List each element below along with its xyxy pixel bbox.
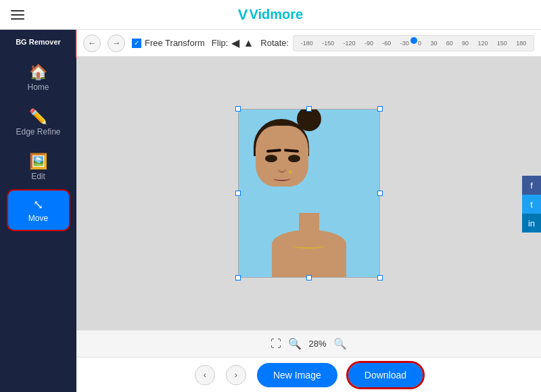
work-area bbox=[76, 57, 541, 330]
handle-mid-right[interactable] bbox=[377, 191, 383, 196]
rotate-section: Rotate: -180 -150 -120 -90 -60 -30 0 30 … bbox=[260, 35, 534, 51]
flip-vertical-icon[interactable]: ▲ bbox=[243, 37, 254, 49]
handle-bot-mid[interactable] bbox=[306, 275, 312, 280]
app-logo: V Vidmore bbox=[238, 6, 303, 24]
handle-top-right[interactable] bbox=[377, 106, 383, 112]
handle-bot-left[interactable] bbox=[235, 275, 241, 280]
handle-top-mid[interactable] bbox=[306, 106, 312, 112]
hamburger-menu[interactable] bbox=[11, 10, 24, 20]
image-frame bbox=[238, 109, 380, 278]
social-sidebar: f t in bbox=[522, 176, 541, 232]
zoom-in-icon[interactable]: 🔍 bbox=[288, 337, 302, 350]
canvas-area: ← → ✓ Free Transform Flip: ◀ ▲ Rotate: -… bbox=[76, 30, 541, 392]
sidebar-item-home-label: Home bbox=[27, 82, 49, 92]
face-details bbox=[256, 126, 308, 187]
flip-section: Flip: ◀ ▲ bbox=[212, 36, 254, 49]
sidebar-item-move[interactable]: ⤡ Move bbox=[8, 191, 69, 230]
nose bbox=[278, 164, 286, 173]
flip-label: Flip: bbox=[212, 38, 229, 48]
handle-bot-right[interactable] bbox=[377, 275, 383, 280]
eye-left bbox=[265, 155, 277, 162]
twitter-button[interactable]: t bbox=[522, 195, 541, 214]
app-header: V Vidmore bbox=[0, 0, 541, 30]
undo-button[interactable]: ← bbox=[83, 34, 101, 52]
prev-button[interactable]: ‹ bbox=[195, 365, 215, 385]
footer-bar: ‹ › New Image Download bbox=[76, 357, 541, 392]
resize-icon[interactable]: ⛶ bbox=[270, 338, 281, 350]
edit-icon: 🖼️ bbox=[29, 153, 47, 170]
hamburger-line-1 bbox=[11, 10, 24, 11]
handle-top-left[interactable] bbox=[235, 106, 241, 112]
rotate-thumb[interactable] bbox=[410, 37, 417, 44]
rotate-label: Rotate: bbox=[260, 38, 289, 48]
bottom-controls: ⛶ 🔍 28% 🔍 bbox=[76, 330, 541, 357]
free-transform-section: ✓ Free Transform bbox=[132, 38, 205, 48]
flip-horizontal-icon[interactable]: ◀ bbox=[231, 36, 239, 49]
zoom-percent: 28% bbox=[308, 339, 326, 349]
free-transform-label: Free Transform bbox=[145, 38, 205, 48]
linkedin-button[interactable]: in bbox=[522, 214, 541, 232]
hamburger-line-3 bbox=[11, 18, 24, 20]
hamburger-line-2 bbox=[11, 14, 24, 16]
head bbox=[256, 126, 308, 187]
logo-text: Vidmore bbox=[250, 7, 304, 22]
move-icon: ⤡ bbox=[33, 197, 43, 212]
body-figure bbox=[272, 230, 346, 277]
home-icon: 🏠 bbox=[29, 64, 47, 81]
nose-stud bbox=[289, 170, 292, 174]
zoom-out-icon[interactable]: 🔍 bbox=[333, 337, 347, 350]
head-container bbox=[281, 119, 337, 190]
handle-mid-left[interactable] bbox=[235, 191, 241, 196]
rotate-ruler[interactable]: -180 -150 -120 -90 -60 -30 0 30 60 90 12… bbox=[293, 35, 534, 51]
mouth bbox=[273, 176, 291, 181]
eye-right bbox=[288, 155, 300, 162]
redo-button[interactable]: → bbox=[108, 34, 125, 52]
new-image-button[interactable]: New Image bbox=[257, 363, 337, 387]
neck bbox=[299, 213, 319, 233]
logo-v-icon: V bbox=[238, 6, 248, 24]
sidebar-brand: BG Remover bbox=[10, 35, 66, 49]
sidebar-item-move-label: Move bbox=[28, 214, 48, 223]
necklace bbox=[292, 242, 326, 249]
main-layout: BG Remover 🏠 Home ✏️ Edge Refine 🖼️ Edit… bbox=[0, 30, 541, 392]
image-canvas[interactable] bbox=[238, 109, 380, 278]
free-transform-checkbox[interactable]: ✓ bbox=[132, 39, 141, 48]
next-button[interactable]: › bbox=[226, 365, 246, 385]
sidebar-item-edit-label: Edit bbox=[31, 172, 45, 181]
sidebar-item-edit[interactable]: 🖼️ Edit bbox=[8, 146, 69, 188]
eyebrow-right bbox=[283, 149, 298, 153]
facebook-button[interactable]: f bbox=[522, 176, 541, 195]
sidebar: BG Remover 🏠 Home ✏️ Edge Refine 🖼️ Edit… bbox=[0, 30, 76, 392]
edge-refine-icon: ✏️ bbox=[29, 108, 47, 126]
eyebrow-left bbox=[266, 149, 281, 153]
person-background bbox=[239, 109, 379, 277]
toolbar: ← → ✓ Free Transform Flip: ◀ ▲ Rotate: -… bbox=[76, 30, 541, 57]
sidebar-item-edge-refine[interactable]: ✏️ Edge Refine bbox=[8, 101, 69, 143]
download-button[interactable]: Download bbox=[348, 363, 423, 387]
sidebar-item-edge-label: Edge Refine bbox=[16, 127, 60, 137]
sidebar-item-home[interactable]: 🏠 Home bbox=[8, 57, 69, 99]
